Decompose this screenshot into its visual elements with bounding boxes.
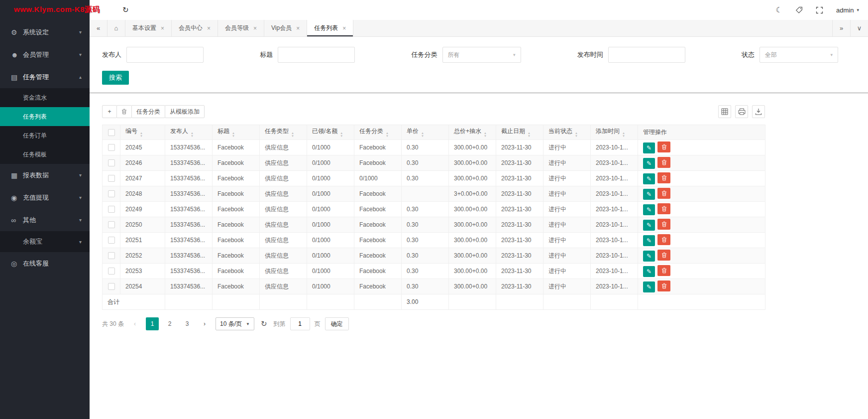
goto-page-input[interactable] xyxy=(290,317,310,330)
columns-toggle-icon[interactable] xyxy=(718,105,731,118)
next-page-button[interactable]: › xyxy=(198,317,211,330)
tag-icon[interactable] xyxy=(795,6,803,14)
delete-button[interactable] xyxy=(657,250,670,261)
column-header[interactable]: 标题 xyxy=(213,125,260,140)
edit-button[interactable]: ✎ xyxy=(643,189,655,200)
sort-icon[interactable] xyxy=(575,132,578,138)
row-checkbox[interactable] xyxy=(108,252,115,259)
tab-member-level[interactable]: 会员等级 × xyxy=(218,20,264,36)
delete-button[interactable] xyxy=(657,141,670,152)
column-header[interactable]: 已领/名额 xyxy=(307,125,354,140)
add-from-template-button[interactable]: 从模板添加 xyxy=(165,105,205,118)
tab-member-center[interactable]: 会员中心 × xyxy=(172,20,218,36)
close-icon[interactable]: × xyxy=(161,25,164,32)
sort-icon[interactable] xyxy=(291,132,294,138)
sort-icon[interactable] xyxy=(484,132,487,138)
home-tab-icon[interactable]: ⌂ xyxy=(108,20,125,36)
row-checkbox[interactable] xyxy=(108,159,115,166)
sidebar-subitem-task-orders[interactable]: 任务订单 xyxy=(0,126,90,145)
sidebar-item-recharge-withdraw[interactable]: ◉ 充值提现 ▾ xyxy=(0,186,90,209)
sidebar-subitem-task-templates[interactable]: 任务模板 xyxy=(0,145,90,164)
sidebar-item-yuebao[interactable]: 余额宝 ▾ xyxy=(0,231,90,252)
column-header[interactable]: 发布人 xyxy=(165,125,213,140)
sidebar-item-online-service[interactable]: ◎ 在线客服 xyxy=(0,252,90,275)
row-checkbox[interactable] xyxy=(108,144,115,151)
edit-button[interactable]: ✎ xyxy=(643,266,655,277)
close-icon[interactable]: × xyxy=(342,25,346,32)
tabs-menu-icon[interactable]: ∨ xyxy=(850,20,868,36)
sort-icon[interactable] xyxy=(421,132,424,138)
sidebar-item-system-settings[interactable]: ⚙ 系统设定 ▾ xyxy=(0,21,90,43)
tab-basic-settings[interactable]: 基本设置 × xyxy=(125,20,172,36)
edit-button[interactable]: ✎ xyxy=(643,158,655,169)
row-checkbox[interactable] xyxy=(108,221,115,228)
edit-button[interactable]: ✎ xyxy=(643,142,655,153)
select-all-checkbox[interactable] xyxy=(108,129,115,136)
page-size-select[interactable]: 10 条/页 ▼ xyxy=(216,317,254,330)
refresh-icon[interactable]: ↻ xyxy=(122,5,129,14)
sort-icon[interactable] xyxy=(191,132,194,138)
publisher-input[interactable] xyxy=(126,47,204,63)
delete-button[interactable] xyxy=(657,265,670,276)
edit-button[interactable]: ✎ xyxy=(643,204,655,215)
sort-icon[interactable] xyxy=(140,132,143,138)
title-input[interactable] xyxy=(278,47,355,63)
tabs-scroll-left-icon[interactable]: « xyxy=(90,20,108,36)
sidebar-item-member-management[interactable]: ☻ 会员管理 ▾ xyxy=(0,43,90,66)
row-checkbox[interactable] xyxy=(108,206,115,213)
edit-button[interactable]: ✎ xyxy=(643,235,655,246)
column-header[interactable]: 编号 xyxy=(120,125,165,140)
edit-button[interactable]: ✎ xyxy=(643,220,655,231)
delete-button[interactable] xyxy=(657,280,670,291)
confirm-button[interactable]: 确定 xyxy=(325,317,349,330)
add-row-button[interactable]: + xyxy=(102,105,117,118)
task-category-button[interactable]: 任务分类 xyxy=(131,105,165,118)
sort-icon[interactable] xyxy=(622,132,625,138)
page-button-2[interactable]: 2 xyxy=(163,317,176,330)
close-icon[interactable]: × xyxy=(253,25,257,32)
search-button[interactable]: 搜索 xyxy=(102,71,129,85)
sidebar-item-other[interactable]: ∞ 其他 ▾ xyxy=(0,209,90,231)
close-icon[interactable]: × xyxy=(207,25,211,32)
delete-button[interactable] xyxy=(657,203,670,214)
sort-icon[interactable] xyxy=(528,132,531,138)
delete-button[interactable] xyxy=(657,234,670,245)
prev-page-button[interactable]: ‹ xyxy=(128,317,141,330)
delete-button[interactable] xyxy=(657,172,670,183)
status-select[interactable]: 全部 ▾ xyxy=(760,47,838,63)
page-button-3[interactable]: 3 xyxy=(181,317,194,330)
close-icon[interactable]: × xyxy=(296,25,300,32)
sidebar-item-report-data[interactable]: ▦ 报表数据 ▾ xyxy=(0,164,90,186)
column-header[interactable]: 任务类型 xyxy=(260,125,307,140)
row-checkbox[interactable] xyxy=(108,190,115,197)
admin-dropdown[interactable]: admin ▾ xyxy=(836,6,859,14)
sort-icon[interactable] xyxy=(232,132,235,138)
row-checkbox[interactable] xyxy=(108,175,115,182)
delete-button[interactable] xyxy=(657,188,670,199)
column-header[interactable]: 当前状态 xyxy=(543,125,591,140)
edit-button[interactable]: ✎ xyxy=(643,251,655,262)
sidebar-subitem-fund-flow[interactable]: 资金流水 xyxy=(0,88,90,107)
edit-button[interactable]: ✎ xyxy=(643,281,655,292)
tab-vip-member[interactable]: Vip会员 × xyxy=(264,20,307,36)
publish-time-input[interactable] xyxy=(608,47,685,63)
sidebar-item-task-management[interactable]: ▤ 任务管理 ▴ xyxy=(0,66,90,88)
fullscreen-icon[interactable] xyxy=(816,6,823,14)
tab-task-list[interactable]: 任务列表 × xyxy=(307,20,353,36)
sort-icon[interactable] xyxy=(340,132,343,138)
edit-button[interactable]: ✎ xyxy=(643,173,655,184)
theme-icon[interactable]: ☾ xyxy=(776,5,782,14)
column-header[interactable]: 总价+抽水 xyxy=(449,125,496,140)
page-button-1[interactable]: 1 xyxy=(146,317,159,330)
delete-button[interactable] xyxy=(657,157,670,168)
row-checkbox[interactable] xyxy=(108,268,115,275)
export-icon[interactable] xyxy=(752,105,765,118)
row-checkbox[interactable] xyxy=(108,237,115,244)
category-select[interactable]: 所有 ▾ xyxy=(442,47,521,63)
delete-button[interactable] xyxy=(657,219,670,230)
sort-icon[interactable] xyxy=(386,132,389,138)
column-header[interactable]: 单价 xyxy=(402,125,449,140)
tabs-scroll-right-icon[interactable]: » xyxy=(832,20,850,36)
print-icon[interactable] xyxy=(735,105,748,118)
column-header[interactable]: 添加时间 xyxy=(591,125,638,140)
